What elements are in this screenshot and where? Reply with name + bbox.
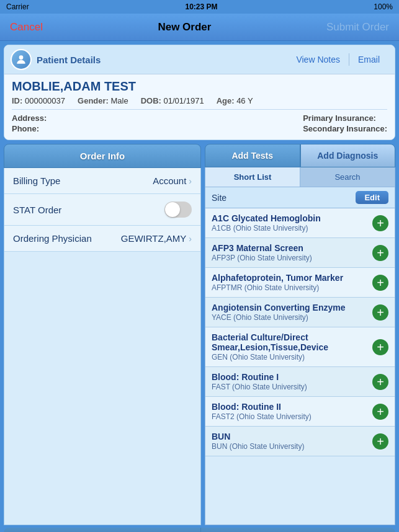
test-name: Blood: Routine II [212,402,372,412]
test-item[interactable]: AFP3 Maternal Screen AFP3P (Ohio State U… [205,238,395,268]
right-panel: Add Tests Add Diagnosis Short List Searc… [205,144,395,525]
bottom-left: Selected Tests Questions [4,528,201,532]
test-sub: FAST (Ohio State University) [212,383,372,391]
test-name: Blood: Routine I [212,372,372,382]
battery-label: 100% [374,2,393,11]
secondary-insurance-label: Secondary Insurance: [303,124,387,133]
svg-point-0 [19,55,24,60]
left-panel: Order Info Billing Type Account › STAT O… [4,144,201,525]
patient-age: Age: 46 Y [217,96,253,105]
cancel-button[interactable]: Cancel [10,21,43,33]
navigation-bar: Cancel New Order Submit Order [0,14,399,41]
test-item[interactable]: BUN BUN (Ohio State University) + [205,427,395,456]
add-test-icon[interactable]: + [372,404,388,420]
email-button[interactable]: Email [349,52,388,67]
patient-contact: Address: Phone: Primary Insurance: Secon… [12,113,387,135]
left-panel-body: Billing Type Account › STAT Order Orderi… [4,168,201,525]
ordering-physician-text: GEWIRTZ,AMY [121,233,187,244]
submit-order-button[interactable]: Submit Order [326,21,389,33]
address-label: Address: [12,113,47,123]
add-test-icon[interactable]: + [372,374,388,390]
test-name: AFP3 Maternal Screen [212,243,372,253]
patient-card: Patient Details View Notes Email MOBLIE,… [4,45,395,140]
primary-insurance-label: Primary Insurance: [303,113,387,123]
edit-button[interactable]: Edit [356,191,388,204]
nav-title: New Order [158,21,211,33]
patient-header: Patient Details View Notes Email [4,45,395,74]
tests-list: A1C Glycated Hemoglobin A1CB (Ohio State… [205,208,395,525]
ordering-physician-value: GEWIRTZ,AMY › [121,233,192,244]
test-sub: A1CB (Ohio State University) [212,224,372,233]
test-sub: GEN (Ohio State University) [212,353,372,361]
patient-header-actions: View Notes Email [287,52,388,67]
test-info: Alphafetoprotein, Tumor Marker AFPTMR (O… [212,273,372,292]
test-info: Blood: Routine II FAST2 (Ohio State Univ… [212,402,372,421]
add-test-icon[interactable]: + [372,245,388,261]
test-item[interactable]: Angiotensin Converting Enzyme YACE (Ohio… [205,298,395,327]
time-label: 10:23 PM [185,2,217,11]
test-sub: YACE (Ohio State University) [212,313,372,322]
billing-type-value: Account › [153,175,192,186]
view-notes-button[interactable]: View Notes [287,52,349,67]
patient-details-label: Patient Details [37,55,101,65]
chevron-right-icon: › [189,176,192,186]
search-tabs: Short List Search [205,167,395,187]
site-bar: Site Edit [205,187,395,208]
carrier-label: Carrier [6,2,29,11]
add-test-icon[interactable]: + [372,433,388,450]
test-name: Alphafetoprotein, Tumor Marker [212,273,372,283]
test-name: Angiotensin Converting Enzyme [212,303,372,313]
test-name: A1C Glycated Hemoglobin [212,213,372,223]
test-name: Bacterial Culture/Direct Smear,Lesion,Ti… [212,332,372,352]
toggle-knob [165,202,180,217]
test-sub: AFP3P (Ohio State University) [212,254,372,262]
test-info: AFP3 Maternal Screen AFP3P (Ohio State U… [212,243,372,262]
ordering-physician-row[interactable]: Ordering Physician GEWIRTZ,AMY › [4,226,200,252]
patient-gender: Gender: Male [78,96,128,105]
phone-label: Phone: [12,124,47,133]
test-name: BUN [212,432,372,441]
billing-type-row[interactable]: Billing Type Account › [4,168,200,194]
test-item[interactable]: Bacterial Culture/Direct Smear,Lesion,Ti… [205,327,395,367]
right-tabs: Add Tests Add Diagnosis [205,144,395,167]
test-info: A1C Glycated Hemoglobin A1CB (Ohio State… [212,213,372,233]
stat-order-toggle[interactable] [164,202,192,218]
stat-order-toggle-container [164,202,192,218]
patient-contact-left: Address: Phone: [12,113,47,135]
test-item[interactable]: Blood: Routine II FAST2 (Ohio State Univ… [205,397,395,427]
patient-dob: DOB: 01/01/1971 [141,96,204,105]
test-sub: BUN (Ohio State University) [212,442,372,451]
add-test-icon[interactable]: + [372,275,388,291]
test-info: Bacterial Culture/Direct Smear,Lesion,Ti… [212,332,372,361]
tab-add-tests[interactable]: Add Tests [205,144,300,167]
test-item[interactable]: Blood: Routine I FAST (Ohio State Univer… [205,367,395,397]
subtab-search[interactable]: Search [300,167,395,187]
bottom-bar: Selected Tests Questions Selected Diagno… [4,528,395,532]
patient-id: ID: 000000037 [12,96,65,105]
test-item[interactable]: Alphafetoprotein, Tumor Marker AFPTMR (O… [205,268,395,298]
chevron-right-icon-2: › [189,234,192,244]
site-label: Site [212,193,226,203]
billing-type-label: Billing Type [13,175,60,186]
test-item[interactable]: A1C Glycated Hemoglobin A1CB (Ohio State… [205,208,395,238]
patient-contact-right: Primary Insurance: Secondary Insurance: [303,113,387,135]
add-test-icon[interactable]: + [372,215,388,231]
order-info-header: Order Info [4,144,201,168]
test-sub: FAST2 (Ohio State University) [212,412,372,421]
test-sub: AFPTMR (Ohio State University) [212,283,372,292]
avatar [11,49,32,70]
tab-add-diagnosis[interactable]: Add Diagnosis [300,144,396,167]
main-content: Order Info Billing Type Account › STAT O… [4,144,395,525]
subtab-short-list[interactable]: Short List [205,167,300,187]
patient-divider [12,109,387,110]
status-bar: Carrier 10:23 PM 100% [0,0,399,14]
ordering-physician-label: Ordering Physician [13,233,92,244]
add-test-icon[interactable]: + [372,304,388,321]
bottom-right: Selected Diagnosis [201,528,395,532]
test-info: BUN BUN (Ohio State University) [212,432,372,451]
patient-header-left: Patient Details [11,49,101,70]
add-test-icon[interactable]: + [372,339,388,355]
test-info: Blood: Routine I FAST (Ohio State Univer… [212,372,372,391]
billing-type-text: Account [153,175,186,186]
stat-order-row[interactable]: STAT Order [4,194,200,226]
